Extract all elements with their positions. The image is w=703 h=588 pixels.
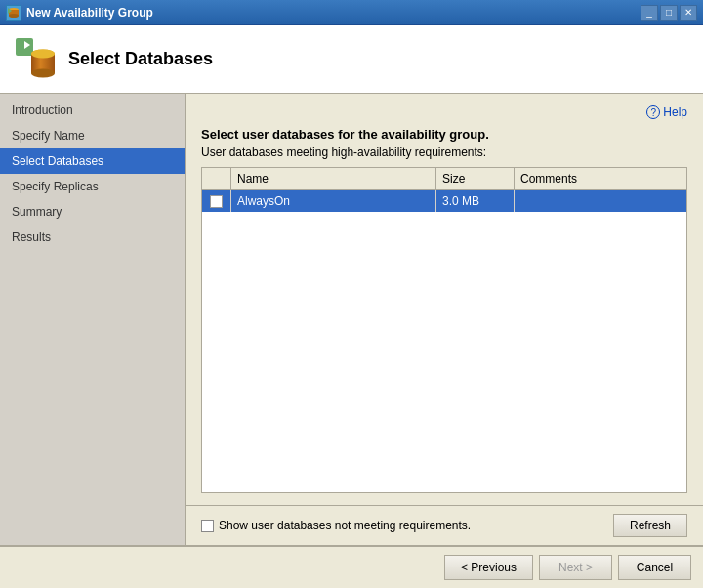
help-row: ? Help xyxy=(201,105,687,119)
row-checkbox[interactable] xyxy=(210,195,223,208)
col-header-name: Name xyxy=(231,168,436,189)
window-controls[interactable]: _ □ ✕ xyxy=(641,5,697,21)
table-header: Name Size Comments xyxy=(202,168,686,190)
cancel-button[interactable]: Cancel xyxy=(618,555,691,580)
svg-point-2 xyxy=(9,14,19,18)
database-table: Name Size Comments xyxy=(201,167,687,493)
content-area: Introduction Specify Name Select Databas… xyxy=(0,94,703,545)
app-icon xyxy=(6,5,21,21)
bottom-options: Show user databases not meeting requirem… xyxy=(186,505,703,545)
col-header-size: Size xyxy=(436,168,515,189)
dialog-title: Select Databases xyxy=(68,49,213,69)
refresh-button[interactable]: Refresh xyxy=(613,514,687,537)
minimize-button[interactable]: _ xyxy=(641,5,658,21)
help-icon: ? xyxy=(646,105,660,119)
help-link[interactable]: ? Help xyxy=(646,105,687,119)
show-checkbox-label[interactable]: Show user databases not meeting requirem… xyxy=(201,519,471,532)
sidebar-item-introduction[interactable]: Introduction xyxy=(0,98,185,123)
titlebar: New Availability Group _ □ ✕ xyxy=(0,0,703,25)
window-title: New Availability Group xyxy=(26,6,153,20)
main-container: Select Databases Introduction Specify Na… xyxy=(0,25,703,588)
right-panel: ? Help Select user databases for the ava… xyxy=(186,94,703,545)
maximize-button[interactable]: □ xyxy=(660,5,678,21)
sidebar-item-summary[interactable]: Summary xyxy=(0,199,185,225)
svg-point-10 xyxy=(31,49,55,58)
sidebar-item-select-databases[interactable]: Select Databases xyxy=(0,148,185,174)
panel-inner: ? Help Select user databases for the ava… xyxy=(186,94,703,505)
previous-button[interactable]: < Previous xyxy=(444,555,533,580)
row-name-cell: AlwaysOn xyxy=(231,190,436,212)
close-button[interactable]: ✕ xyxy=(680,5,697,21)
sidebar: Introduction Specify Name Select Databas… xyxy=(0,94,186,545)
next-button[interactable]: Next > xyxy=(539,555,612,580)
row-checkbox-cell xyxy=(202,190,231,212)
section-subtitle: User databases meeting high-availability… xyxy=(201,146,687,159)
sidebar-item-specify-replicas[interactable]: Specify Replicas xyxy=(0,174,185,199)
col-header-checkbox xyxy=(202,168,231,189)
svg-point-9 xyxy=(31,68,55,77)
sidebar-item-specify-name[interactable]: Specify Name xyxy=(0,123,185,148)
show-checkbox[interactable] xyxy=(201,520,214,532)
header-icon xyxy=(16,38,55,81)
section-title: Select user databases for the availabili… xyxy=(201,127,687,142)
col-header-comments: Comments xyxy=(515,168,686,189)
dialog-header: Select Databases xyxy=(0,25,703,94)
sidebar-item-results[interactable]: Results xyxy=(0,225,185,250)
table-row[interactable]: AlwaysOn 3.0 MB xyxy=(202,190,686,212)
row-size-cell: 3.0 MB xyxy=(436,190,515,212)
row-comments-cell xyxy=(515,190,686,212)
footer: < Previous Next > Cancel xyxy=(0,545,703,588)
